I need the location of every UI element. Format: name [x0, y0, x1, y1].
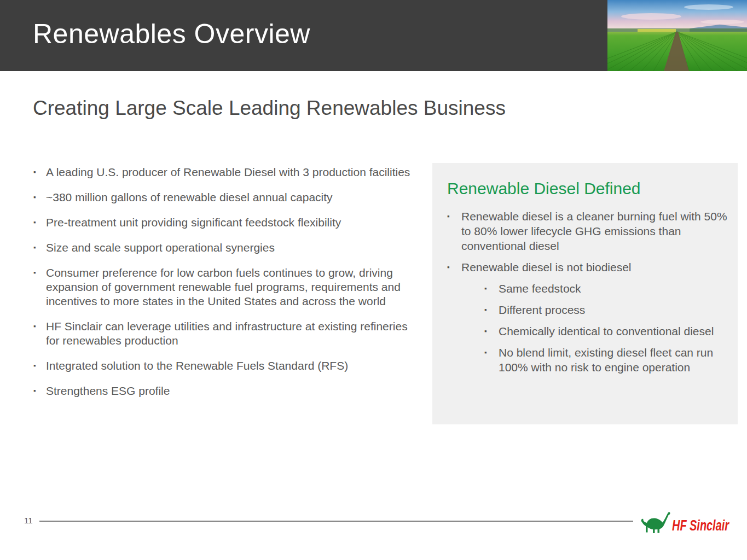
bullet-text: Pre-treatment unit providing significant…: [46, 216, 341, 229]
bullet-text: A leading U.S. producer of Renewable Die…: [46, 166, 410, 178]
bullet-square-icon: ▪: [484, 345, 487, 360]
bullet-text: Renewable diesel is a cleaner burning fu…: [461, 210, 727, 252]
logo-wordmark: HF Sinclair: [672, 517, 729, 534]
bullet-text: Size and scale support operational syner…: [46, 241, 275, 254]
bullet-square-icon: ▪: [33, 266, 36, 280]
footer-divider-line: [39, 521, 633, 522]
bullet-text: Different process: [499, 304, 585, 316]
farm-field-photo: [607, 0, 747, 71]
bullet-square-icon: ▪: [33, 165, 36, 179]
bullet-square-icon: ▪: [484, 302, 487, 317]
bullet-item: ▪Chemically identical to conventional di…: [432, 324, 728, 339]
bullet-text: No blend limit, existing diesel fleet ca…: [499, 346, 713, 374]
slide-subtitle: Creating Large Scale Leading Renewables …: [33, 97, 506, 120]
sinclair-dinosaur-icon: [641, 512, 670, 533]
page-title: Renewables Overview: [33, 18, 310, 50]
bullet-square-icon: ▪: [33, 319, 36, 334]
bullet-square-icon: ▪: [33, 384, 36, 398]
bullet-item: ▪~380 million gallons of renewable diese…: [33, 190, 416, 205]
bullet-item: ▪Different process: [432, 302, 728, 317]
left-bullet-list: ▪A leading U.S. producer of Renewable Di…: [33, 165, 416, 409]
bullet-item: ▪A leading U.S. producer of Renewable Di…: [33, 165, 416, 179]
bullet-square-icon: ▪: [33, 215, 36, 230]
bullet-item: ▪No blend limit, existing diesel fleet c…: [432, 345, 728, 375]
bullet-item: ▪Same feedstock: [432, 281, 728, 296]
bullet-square-icon: ▪: [33, 241, 36, 255]
bullet-text: ~380 million gallons of renewable diesel…: [46, 191, 333, 203]
bullet-square-icon: ▪: [33, 190, 36, 205]
renewable-diesel-defined-box: Renewable Diesel Defined ▪Renewable dies…: [432, 163, 738, 424]
bullet-item: ▪Strengthens ESG profile: [33, 384, 416, 398]
bullet-text: Same feedstock: [499, 282, 581, 295]
bullet-text: Integrated solution to the Renewable Fue…: [46, 359, 348, 372]
info-box-title: Renewable Diesel Defined: [447, 179, 641, 198]
bullet-square-icon: ▪: [484, 324, 487, 339]
bullet-item: ▪Renewable diesel is a cleaner burning f…: [432, 209, 728, 253]
bullet-text: Renewable diesel is not biodiesel: [461, 261, 632, 273]
bullet-item: ▪Pre-treatment unit providing significan…: [33, 215, 416, 230]
bullet-text: Chemically identical to conventional die…: [499, 325, 714, 337]
header-band: Renewables Overview: [0, 0, 747, 71]
hf-sinclair-logo: HF Sinclair: [640, 511, 730, 536]
bullet-square-icon: ▪: [484, 281, 487, 296]
info-box-bullet-list: ▪Renewable diesel is a cleaner burning f…: [432, 209, 728, 381]
bullet-text: Consumer preference for low carbon fuels…: [46, 266, 401, 307]
bullet-square-icon: ▪: [33, 359, 36, 373]
slide: Renewables Overview: [0, 0, 747, 560]
bullet-item: ▪Renewable diesel is not biodiesel: [432, 260, 728, 275]
bullet-item: ▪Consumer preference for low carbon fuel…: [33, 266, 416, 308]
bullet-text: HF Sinclair can leverage utilities and i…: [46, 320, 408, 347]
bullet-text: Strengthens ESG profile: [46, 384, 170, 397]
bullet-item: ▪HF Sinclair can leverage utilities and …: [33, 319, 416, 348]
bullet-square-icon: ▪: [447, 260, 450, 275]
bullet-item: ▪Integrated solution to the Renewable Fu…: [33, 359, 416, 373]
page-number: 11: [24, 516, 33, 525]
bullet-item: ▪Size and scale support operational syne…: [33, 241, 416, 255]
bullet-square-icon: ▪: [447, 209, 450, 224]
